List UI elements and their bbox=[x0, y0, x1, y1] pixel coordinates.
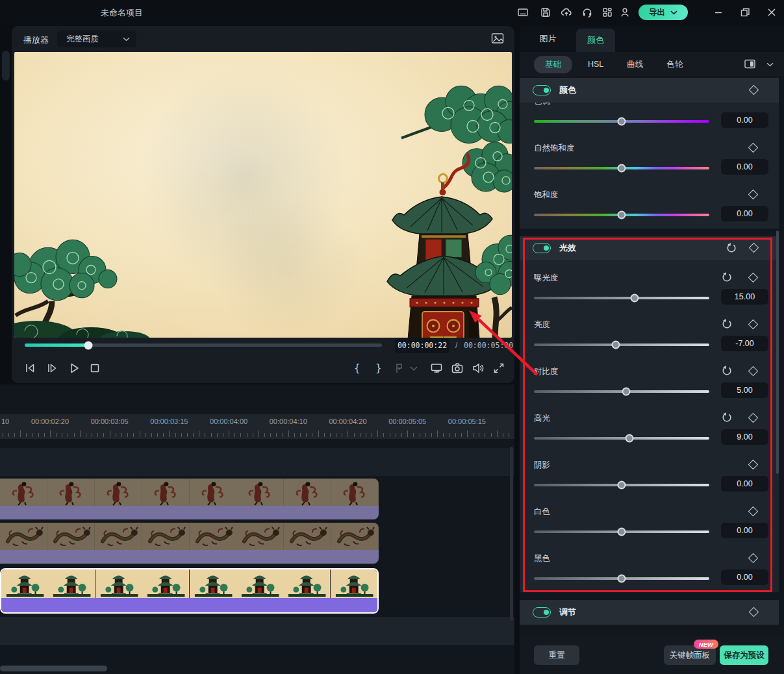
volume-icon[interactable] bbox=[472, 362, 485, 375]
slider-track[interactable] bbox=[534, 214, 709, 216]
video-preview[interactable] bbox=[14, 52, 512, 338]
slider-track[interactable] bbox=[534, 297, 709, 299]
keyframe-panel-button[interactable]: 关键帧面板 NEW bbox=[664, 645, 716, 665]
export-button[interactable]: 导出 bbox=[639, 5, 688, 20]
slider-thumb[interactable] bbox=[626, 434, 634, 443]
minimize-button[interactable] bbox=[713, 6, 724, 18]
clip-figure[interactable] bbox=[0, 479, 379, 519]
slider-track[interactable] bbox=[534, 577, 709, 580]
slider-thumb[interactable] bbox=[618, 575, 626, 583]
slider-track[interactable] bbox=[534, 343, 709, 346]
slider-value[interactable]: 9.00 bbox=[721, 429, 768, 445]
reset-icon[interactable] bbox=[726, 242, 737, 254]
slider-value[interactable]: 0.00 bbox=[721, 159, 768, 175]
keyframe-diamond-icon[interactable] bbox=[748, 273, 759, 283]
subtab-色轮[interactable]: 色轮 bbox=[666, 59, 683, 70]
subtab-曲线[interactable]: 曲线 bbox=[627, 59, 643, 70]
left-panel-handle[interactable] bbox=[2, 51, 10, 81]
cloud-upload-icon[interactable] bbox=[561, 6, 572, 18]
slider-track[interactable] bbox=[534, 390, 709, 393]
slider-value[interactable]: 5.00 bbox=[721, 382, 768, 398]
slider-track[interactable] bbox=[534, 167, 709, 169]
reset-icon[interactable] bbox=[721, 365, 733, 377]
progress-thumb[interactable] bbox=[84, 341, 92, 349]
keyframe-diamond-icon[interactable] bbox=[748, 553, 759, 564]
slider-value[interactable]: 15.00 bbox=[721, 289, 768, 305]
slider-thumb[interactable] bbox=[618, 211, 626, 219]
tab-图片[interactable]: 图片 bbox=[520, 26, 576, 52]
next-frame-button[interactable] bbox=[45, 362, 58, 375]
export-dropdown-chevron-icon[interactable] bbox=[670, 10, 677, 15]
slider-thumb[interactable] bbox=[618, 164, 626, 173]
reset-icon[interactable] bbox=[721, 412, 733, 423]
display-mode-icon[interactable] bbox=[430, 362, 443, 375]
workspace-grid-icon[interactable] bbox=[601, 6, 613, 18]
restore-button[interactable] bbox=[739, 6, 751, 18]
slider-value[interactable]: 0.00 bbox=[721, 476, 768, 492]
keyframe-diamond-icon[interactable] bbox=[748, 319, 759, 330]
empty-track-lane[interactable] bbox=[0, 448, 514, 476]
playback-progress-bar[interactable] bbox=[25, 343, 382, 347]
slider-thumb[interactable] bbox=[631, 294, 639, 303]
color-toggle[interactable] bbox=[533, 85, 551, 95]
support-headset-icon[interactable] bbox=[581, 6, 593, 18]
layout-panel-icon[interactable] bbox=[517, 6, 529, 18]
empty-track-lane[interactable] bbox=[0, 617, 514, 645]
slider-value[interactable]: -7.00 bbox=[721, 336, 768, 351]
current-timecode[interactable]: 00:00:00:22 bbox=[395, 338, 449, 353]
keyframe-diamond-icon[interactable] bbox=[748, 413, 759, 423]
camera-snapshot-icon[interactable] bbox=[451, 362, 464, 375]
slider-thumb[interactable] bbox=[622, 388, 630, 396]
keyframe-diamond-icon[interactable] bbox=[748, 366, 759, 377]
slider-value[interactable]: 0.00 bbox=[721, 523, 768, 538]
subtab-HSL[interactable]: HSL bbox=[588, 60, 603, 69]
adjust-toggle[interactable] bbox=[533, 607, 551, 618]
compare-view-icon[interactable] bbox=[744, 59, 755, 69]
slider-value[interactable]: 0.00 bbox=[721, 206, 768, 221]
keyframe-diamond-icon[interactable] bbox=[749, 85, 759, 95]
keyframe-diamond-icon[interactable] bbox=[748, 143, 759, 153]
snapshot-image-icon[interactable] bbox=[491, 32, 504, 44]
reset-icon[interactable] bbox=[721, 271, 733, 283]
save-icon[interactable] bbox=[540, 6, 551, 18]
panel-dropdown-chevron-icon[interactable] bbox=[766, 62, 774, 67]
slider-track[interactable] bbox=[534, 530, 709, 533]
slider-value[interactable]: 0.00 bbox=[721, 112, 768, 128]
slider-thumb[interactable] bbox=[618, 118, 626, 126]
account-icon[interactable] bbox=[619, 6, 631, 18]
mark-out-button[interactable]: } bbox=[375, 362, 382, 374]
timeline-ruler[interactable]: 1000:00:02:2000:00:03:0500:00:03:1500:00… bbox=[0, 414, 514, 439]
slider-value[interactable]: 0.00 bbox=[721, 569, 768, 585]
keyframe-diamond-icon[interactable] bbox=[748, 460, 759, 470]
marker-chevron-icon[interactable] bbox=[410, 362, 418, 375]
subtab-基础[interactable]: 基础 bbox=[534, 56, 572, 73]
mark-in-button[interactable]: { bbox=[354, 362, 360, 374]
keyframe-diamond-icon[interactable] bbox=[749, 243, 759, 253]
reset-icon[interactable] bbox=[721, 318, 733, 330]
slider-thumb[interactable] bbox=[618, 528, 626, 536]
slider-track[interactable] bbox=[534, 120, 709, 123]
stop-button[interactable] bbox=[88, 362, 101, 375]
quality-selector[interactable]: 完整画质 bbox=[57, 31, 136, 47]
clip-pagoda-selected[interactable] bbox=[0, 568, 379, 614]
slider-thumb[interactable] bbox=[611, 341, 620, 349]
keyframe-diamond-icon[interactable] bbox=[749, 607, 759, 618]
clip-dragon[interactable] bbox=[0, 523, 379, 564]
fullscreen-icon[interactable] bbox=[492, 362, 505, 375]
panel-scrollbar[interactable] bbox=[776, 231, 779, 474]
marker-pin-icon[interactable] bbox=[392, 362, 405, 375]
save-preset-button[interactable]: 保存为预设 bbox=[720, 645, 768, 665]
tab-颜色[interactable]: 颜色 bbox=[576, 29, 615, 52]
timeline-horizontal-scrollbar[interactable] bbox=[0, 666, 107, 671]
timeline-vertical-scrollbar[interactable] bbox=[510, 447, 513, 621]
keyframe-diamond-icon[interactable] bbox=[748, 506, 759, 517]
slider-track[interactable] bbox=[534, 437, 709, 440]
keyframe-diamond-icon[interactable] bbox=[748, 190, 759, 200]
slider-track[interactable] bbox=[534, 484, 709, 486]
previous-frame-button[interactable] bbox=[23, 362, 36, 375]
play-button[interactable] bbox=[68, 362, 81, 375]
close-button[interactable] bbox=[766, 6, 778, 18]
slider-thumb[interactable] bbox=[618, 481, 626, 490]
light-toggle[interactable] bbox=[533, 243, 551, 253]
reset-all-button[interactable]: 重置 bbox=[534, 645, 579, 665]
